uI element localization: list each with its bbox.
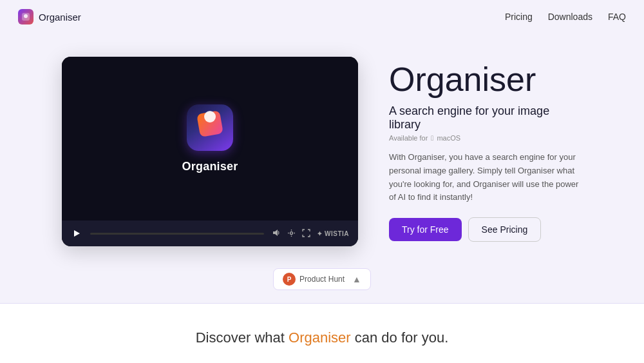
discover-section: Discover what Organiser can do for you. … [0, 304, 644, 363]
svg-point-3 [290, 231, 293, 234]
logo[interactable]: Organiser [18, 9, 81, 25]
video-player: Organiser [62, 57, 358, 246]
hero-buttons: Try for Free See Pricing [389, 217, 582, 242]
apple-icon:  [431, 134, 433, 142]
ph-upvote-icon: ▲ [352, 274, 361, 284]
hero-text: Organiser A search engine for your image… [389, 61, 582, 242]
logo-icon [18, 9, 33, 25]
navbar: Organiser Pricing Downloads FAQ [0, 0, 644, 34]
volume-icon[interactable] [272, 228, 281, 239]
discover-text: Discover what Organiser can do for you. [0, 329, 644, 346]
ph-logo: P [283, 273, 296, 286]
settings-icon[interactable] [287, 229, 296, 239]
video-title: Organiser [182, 160, 238, 173]
svg-point-1 [24, 14, 28, 18]
ph-label: Product Hunt [299, 275, 345, 284]
product-hunt-badge[interactable]: P Product Hunt ▲ [273, 268, 371, 290]
product-hunt-section: P Product Hunt ▲ [0, 262, 644, 303]
logo-text: Organiser [39, 12, 81, 23]
platform-badge: Available for  macOS [389, 134, 582, 142]
see-pricing-button[interactable]: See Pricing [468, 217, 542, 242]
nav-links: Pricing Downloads FAQ [505, 12, 626, 22]
svg-marker-2 [74, 230, 80, 237]
discover-text-before: Discover what [196, 329, 289, 346]
nav-link-faq[interactable]: FAQ [608, 12, 626, 22]
discover-text-after: can do for you. [351, 329, 449, 346]
video-app-icon [187, 104, 233, 151]
discover-highlight: Organiser [289, 329, 351, 346]
hero-subtitle: A search engine for your image library [389, 104, 582, 132]
try-free-button[interactable]: Try for Free [389, 218, 462, 241]
video-controls: ✦ WISTIA [62, 221, 358, 246]
wistia-badge: ✦ WISTIA [317, 230, 349, 237]
hero-section: Organiser [0, 34, 644, 262]
video-screen: Organiser [62, 57, 358, 221]
progress-bar[interactable] [90, 233, 264, 235]
platform-name: macOS [437, 134, 460, 142]
play-button[interactable] [71, 228, 82, 239]
hero-description: With Organiser, you have a search engine… [389, 151, 582, 204]
platform-label: Available for [389, 134, 428, 142]
nav-link-downloads[interactable]: Downloads [548, 12, 592, 22]
control-icons: ✦ WISTIA [272, 228, 349, 239]
fullscreen-icon[interactable] [302, 229, 310, 239]
hero-headline: Organiser [389, 61, 582, 98]
nav-link-pricing[interactable]: Pricing [505, 12, 533, 22]
